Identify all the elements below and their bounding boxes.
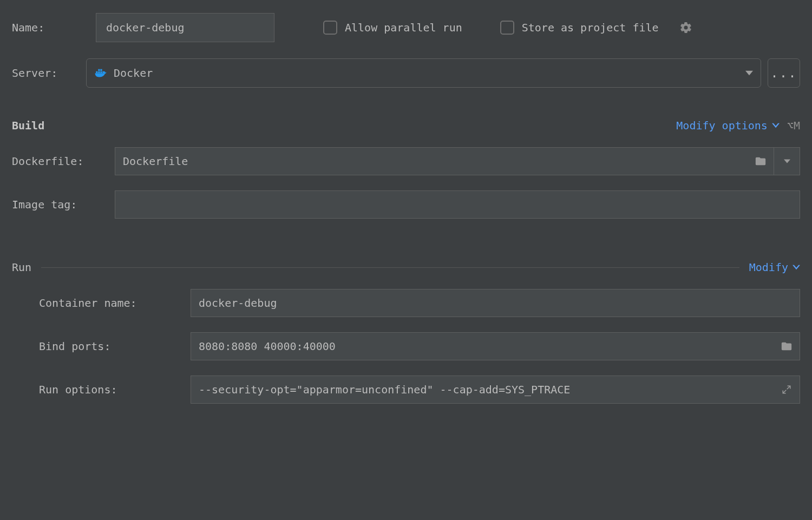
docker-icon — [94, 66, 108, 80]
svg-rect-1 — [98, 71, 100, 73]
chevron-down-icon — [745, 69, 753, 77]
checkbox-icon — [323, 21, 337, 35]
gear-icon[interactable] — [679, 21, 692, 34]
svg-rect-2 — [100, 71, 102, 73]
dockerfile-label: Dockerfile: — [12, 155, 115, 168]
expand-icon[interactable] — [774, 376, 800, 403]
modify-options-shortcut: ⌥M — [787, 119, 800, 132]
server-label: Server: — [12, 67, 80, 80]
bind-ports-input[interactable] — [191, 333, 774, 360]
modify-options-label: Modify options — [676, 119, 768, 132]
chevron-down-icon — [784, 158, 790, 164]
svg-rect-4 — [100, 69, 102, 71]
name-label: Name: — [12, 21, 80, 34]
run-options-input[interactable] — [191, 376, 774, 403]
divider — [41, 267, 739, 268]
server-select[interactable]: Docker — [86, 58, 761, 88]
svg-rect-3 — [98, 69, 100, 71]
run-modify-link[interactable]: Modify — [749, 261, 800, 274]
dockerfile-dropdown[interactable] — [774, 148, 800, 175]
chevron-down-icon — [772, 122, 780, 129]
store-as-project-file-checkbox[interactable]: Store as project file — [500, 21, 659, 35]
container-name-input[interactable] — [191, 289, 800, 317]
server-browse-button[interactable]: ... — [768, 58, 800, 88]
checkbox-icon — [500, 21, 514, 35]
allow-parallel-run-checkbox[interactable]: Allow parallel run — [323, 21, 462, 35]
build-section-title: Build — [12, 119, 44, 132]
modify-options-link[interactable]: Modify options — [676, 119, 780, 132]
dockerfile-input[interactable] — [115, 148, 748, 175]
folder-icon[interactable] — [748, 148, 774, 175]
ellipsis-icon: ... — [770, 65, 797, 81]
run-modify-label: Modify — [749, 261, 788, 274]
container-name-label: Container name: — [39, 297, 191, 310]
server-value: Docker — [114, 67, 153, 80]
store-project-label: Store as project file — [522, 21, 659, 34]
allow-parallel-label: Allow parallel run — [345, 21, 462, 34]
svg-rect-0 — [96, 71, 97, 73]
run-options-label: Run options: — [39, 383, 191, 396]
folder-icon[interactable] — [774, 333, 800, 360]
name-input[interactable] — [96, 13, 274, 42]
chevron-down-icon — [793, 264, 800, 271]
image-tag-label: Image tag: — [12, 198, 115, 211]
run-section-title: Run — [12, 261, 31, 274]
bind-ports-label: Bind ports: — [39, 340, 191, 353]
image-tag-input[interactable] — [115, 191, 800, 218]
